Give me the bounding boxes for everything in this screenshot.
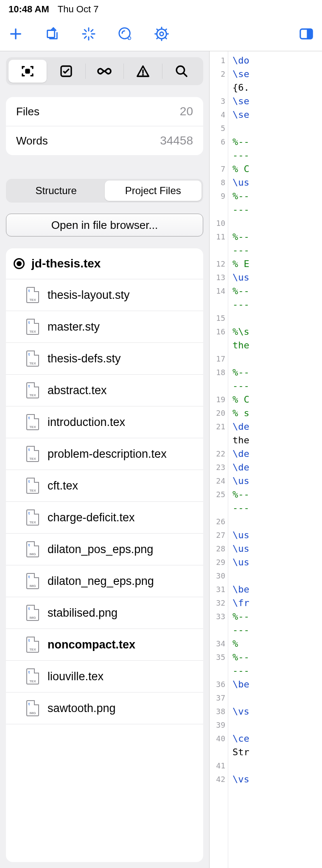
line-gutter: 1234567891011121314151617181920212223242…: [210, 51, 228, 868]
svg-rect-2: [48, 31, 55, 38]
svg-line-8: [91, 36, 93, 38]
toggle-sidebar-button[interactable]: [299, 27, 314, 43]
file-name: thesis-defs.sty: [48, 352, 121, 365]
status-bar: 10:48 AM Thu Oct 7: [0, 0, 322, 19]
svg-line-22: [165, 29, 167, 31]
svg-line-10: [91, 30, 93, 31]
file-name: noncompact.tex: [48, 638, 135, 651]
stat-words[interactable]: Words 34458: [6, 126, 203, 155]
file-name: dilaton_pos_eps.png: [48, 543, 153, 556]
svg-point-14: [160, 32, 164, 36]
file-row[interactable]: tIMGdilaton_neg_eps.png: [6, 565, 203, 597]
image-file-icon: tIMG: [26, 605, 39, 621]
file-name: stabilised.png: [48, 606, 118, 620]
status-time: 10:48 AM: [8, 4, 49, 15]
file-row[interactable]: tTEXmaster.sty: [6, 311, 203, 343]
svg-line-19: [157, 29, 158, 31]
svg-rect-26: [26, 70, 29, 73]
mode-focus[interactable]: [8, 60, 47, 83]
file-name: dilaton_neg_eps.png: [48, 575, 154, 588]
stat-words-label: Words: [16, 134, 48, 147]
file-name: liouville.tex: [48, 670, 104, 683]
mode-check[interactable]: [47, 60, 85, 83]
tex-file-icon: tTEX: [26, 319, 39, 335]
svg-line-21: [157, 38, 158, 39]
root-file-row[interactable]: jd-thesis.tex: [6, 248, 203, 279]
root-radio-icon: [14, 258, 25, 269]
file-list: tTEXthesis-layout.stytTEXmaster.stytTEXt…: [6, 279, 203, 862]
settings-button[interactable]: [154, 27, 169, 43]
file-name: charge-deficit.tex: [48, 511, 135, 524]
stats-panel: Files 20 Words 34458: [6, 97, 203, 155]
mode-warnings[interactable]: [124, 60, 162, 83]
new-button[interactable]: [8, 27, 23, 43]
image-file-icon: tIMG: [26, 573, 39, 589]
file-name: master.sty: [48, 320, 100, 334]
stat-files-label: Files: [16, 105, 39, 118]
tex-file-icon: tTEX: [26, 668, 39, 684]
tab-segment: Structure Project Files: [6, 179, 203, 203]
editor[interactable]: 1234567891011121314151617181920212223242…: [210, 51, 322, 868]
file-name: thesis-layout.sty: [48, 289, 130, 302]
file-row[interactable]: tIMGstabilised.png: [6, 597, 203, 629]
svg-rect-25: [308, 29, 312, 39]
file-name: cft.tex: [48, 479, 78, 492]
file-row[interactable]: tTEXthesis-layout.sty: [6, 279, 203, 311]
file-name: sawtooth.png: [48, 702, 116, 715]
file-row[interactable]: tTEXthesis-defs.sty: [6, 343, 203, 375]
tex-file-icon: tTEX: [26, 351, 39, 367]
file-name: introduction.tex: [48, 416, 125, 429]
tex-file-icon: tTEX: [26, 637, 39, 653]
svg-line-9: [84, 36, 86, 38]
share-button[interactable]: [45, 27, 59, 43]
image-file-icon: tIMG: [26, 541, 39, 557]
file-row[interactable]: tIMGsawtooth.png: [6, 693, 203, 724]
file-row[interactable]: tTEXcft.tex: [6, 470, 203, 502]
svg-point-29: [143, 74, 143, 75]
root-file-name: jd-thesis.tex: [31, 257, 101, 270]
svg-line-7: [84, 30, 86, 31]
mode-toolbar: [6, 57, 203, 85]
status-date: Thu Oct 7: [58, 4, 99, 15]
stat-words-value: 34458: [160, 134, 193, 147]
tex-file-icon: tTEX: [26, 414, 39, 430]
file-row[interactable]: tTEXcharge-deficit.tex: [6, 502, 203, 534]
code-area[interactable]: \do\se{6.\se\se %-----% C\us%----- %----…: [228, 51, 322, 868]
toolbar: [0, 19, 322, 51]
mode-search[interactable]: [162, 60, 201, 83]
stat-files-value: 20: [180, 105, 193, 118]
sidebar: Files 20 Words 34458 Structure Project F…: [0, 51, 210, 868]
file-panel: jd-thesis.tex tTEXthesis-layout.stytTEXm…: [6, 248, 203, 862]
stat-files[interactable]: Files 20: [6, 97, 203, 126]
file-name: abstract.tex: [48, 384, 107, 397]
file-row[interactable]: tTEXintroduction.tex: [6, 406, 203, 438]
svg-line-31: [183, 73, 187, 76]
file-name: problem-description.tex: [48, 448, 167, 461]
tex-file-icon: tTEX: [26, 287, 39, 303]
file-row[interactable]: tTEXliouville.tex: [6, 661, 203, 693]
file-row[interactable]: tTEXproblem-description.tex: [6, 438, 203, 470]
tex-file-icon: tTEX: [26, 478, 39, 494]
tex-file-icon: tTEX: [26, 382, 39, 398]
file-row[interactable]: tTEXnoncompact.tex: [6, 629, 203, 661]
svg-line-20: [165, 38, 167, 39]
file-row[interactable]: tTEXabstract.tex: [6, 375, 203, 406]
open-in-browser-button[interactable]: Open in file browser...: [6, 214, 203, 236]
file-row[interactable]: tIMGdilaton_pos_eps.png: [6, 534, 203, 565]
image-file-icon: tIMG: [26, 700, 39, 716]
magic-button[interactable]: [81, 27, 96, 43]
tab-project-files[interactable]: Project Files: [105, 181, 202, 201]
mode-infinity[interactable]: [86, 60, 124, 83]
tex-file-icon: tTEX: [26, 509, 39, 526]
preview-button[interactable]: [118, 27, 132, 43]
tex-file-icon: tTEX: [26, 446, 39, 462]
tab-structure[interactable]: Structure: [8, 181, 105, 201]
